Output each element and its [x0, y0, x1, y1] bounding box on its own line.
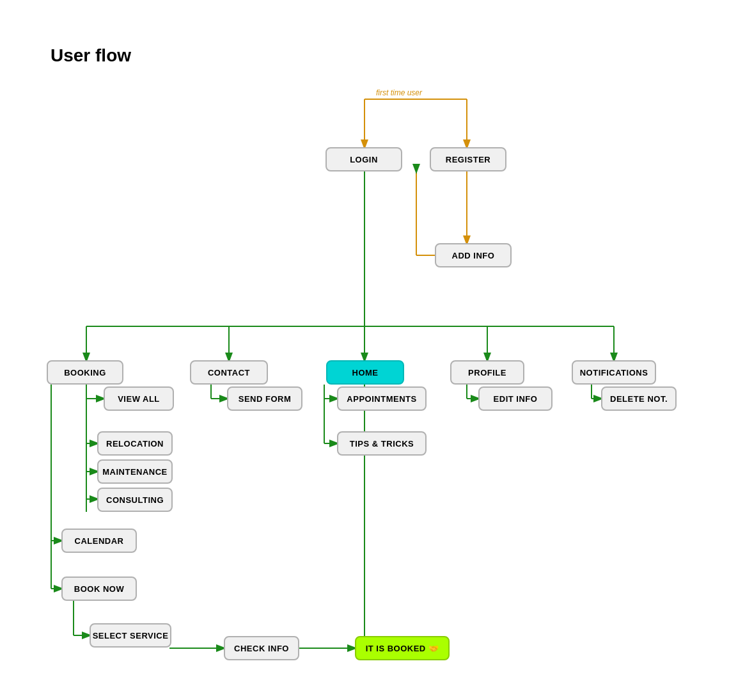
node-consulting: CONSULTING [97, 488, 173, 512]
node-notifications: NOTIFICATIONS [572, 360, 656, 385]
node-view-all: VIEW ALL [104, 386, 174, 411]
node-calendar: CALENDAR [61, 529, 137, 553]
node-appointments: APPOINTMENTS [337, 386, 427, 411]
node-home: HOME [326, 360, 404, 385]
node-delete-not: DELETE NOT. [601, 386, 677, 411]
node-contact: CONTACT [190, 360, 268, 385]
node-book-now: BOOK NOW [61, 577, 137, 601]
first-time-user-label: first time user [376, 88, 422, 97]
page-title: User flow [51, 45, 131, 66]
node-booking: BOOKING [47, 360, 123, 385]
node-add-info: ADD INFO [435, 243, 512, 267]
node-relocation: RELOCATION [97, 431, 173, 456]
node-edit-info: EDIT INFO [478, 386, 553, 411]
node-profile: PROFILE [450, 360, 524, 385]
node-maintenance: MAINTENANCE [97, 459, 173, 484]
node-register: REGISTER [430, 147, 506, 171]
node-tips-tricks: TIPS & TRICKS [337, 431, 427, 456]
node-it-is-booked: IT IS BOOKED 🤝 [355, 636, 450, 660]
node-check-info: CHECK INFO [224, 636, 299, 660]
node-login: LOGIN [325, 147, 402, 171]
node-select-service: SELECT SERVICE [90, 623, 171, 648]
node-send-form: SEND FORM [227, 386, 302, 411]
